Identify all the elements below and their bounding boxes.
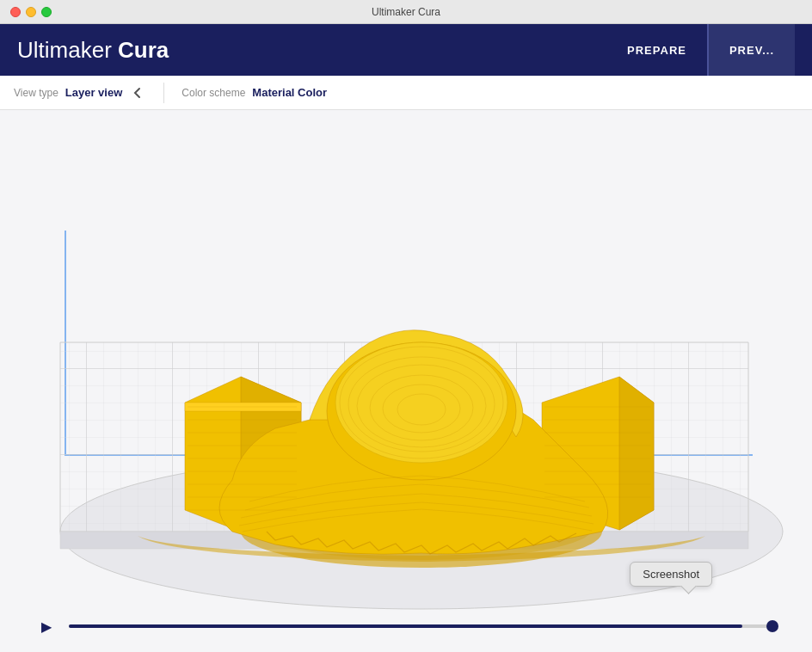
logo-regular: Ultimaker [17, 37, 112, 63]
chevron-left-icon[interactable] [129, 84, 146, 101]
screenshot-label: Screenshot [643, 568, 699, 581]
app-header: Ultimaker Cura PREPARE PREV... [0, 24, 812, 76]
minimize-button[interactable] [26, 7, 36, 17]
app-logo: Ultimaker Cura [17, 37, 169, 64]
color-scheme-label: Color scheme [181, 87, 245, 99]
window-title: Ultimaker Cura [372, 6, 440, 18]
color-scheme-section: Color scheme Material Color [181, 86, 327, 99]
screenshot-tooltip[interactable]: Screenshot [630, 562, 712, 587]
preview-button[interactable]: PREV... [707, 24, 795, 76]
view-type-label: View type [14, 87, 58, 99]
prepare-button[interactable]: PREPARE [606, 24, 707, 76]
titlebar: Ultimaker Cura [0, 0, 812, 24]
color-scheme-value: Material Color [252, 86, 327, 99]
slider-fill [69, 624, 742, 628]
viewport: Screenshot ▶ [0, 110, 812, 652]
svg-point-7 [335, 342, 508, 463]
toolbar-divider [163, 83, 164, 103]
view-type-section: View type Layer view [14, 86, 122, 99]
playback-bar: ▶ [34, 614, 778, 638]
view-type-value: Layer view [65, 86, 123, 99]
toolbar: View type Layer view Color scheme Materi… [0, 76, 812, 110]
play-button[interactable]: ▶ [34, 614, 58, 638]
slider-thumb[interactable] [766, 620, 778, 632]
maximize-button[interactable] [41, 7, 52, 17]
layer-slider[interactable] [69, 624, 778, 628]
traffic-lights [10, 7, 52, 17]
play-icon: ▶ [41, 618, 52, 635]
close-button[interactable] [10, 7, 21, 17]
header-nav: PREPARE PREV... [606, 24, 795, 76]
logo-bold: Cura [112, 37, 169, 63]
